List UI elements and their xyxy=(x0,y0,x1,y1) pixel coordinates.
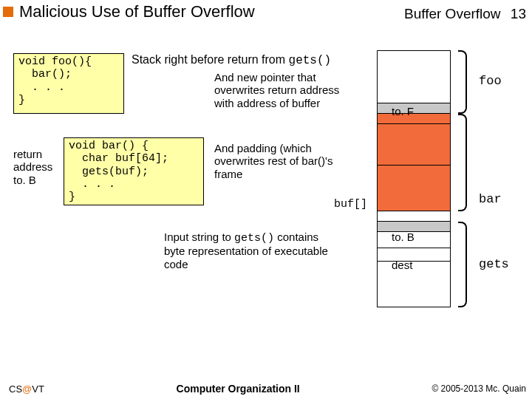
stack-seg-gets-body xyxy=(377,262,451,307)
annotation-input-b: gets() xyxy=(234,232,274,245)
label-dest: dest xyxy=(392,259,412,271)
page-number: 13 xyxy=(511,6,526,21)
stack-seg-buf xyxy=(377,166,451,211)
page-title: Malicious Use of Buffer Overflow xyxy=(19,2,255,21)
footer-copyright: © 2005-2013 Mc. Quain xyxy=(432,383,526,394)
header-section: Buffer Overflow 13 xyxy=(404,6,526,22)
footer-cs: CS xyxy=(9,383,22,395)
stack-diagram xyxy=(377,50,451,307)
stack-seg-gap1 xyxy=(377,211,451,222)
brace-foo xyxy=(458,50,467,114)
code-foo: void foo(){ bar(); . . . } xyxy=(13,53,124,114)
brace-gets xyxy=(458,222,467,307)
slide-content: void foo(){ bar(); . . . } Stack right b… xyxy=(0,24,532,399)
stack-seg-overwrite-pad xyxy=(377,124,451,166)
stack-seg-dest xyxy=(377,248,451,262)
brace-foo-label: foo xyxy=(479,74,502,88)
annotation-pointer: And new pointer that overwrites return a… xyxy=(214,71,362,109)
brace-bar-label: bar xyxy=(479,192,502,206)
stack-caption-a: Stack right before return from xyxy=(132,53,289,66)
annotation-input-a: Input string to xyxy=(164,231,234,243)
label-toB: to. B xyxy=(392,231,415,243)
title-bullet xyxy=(3,7,13,17)
stack-seg-foo-top xyxy=(377,50,451,103)
label-buf: buf[] xyxy=(334,198,367,211)
label-toF: to. F xyxy=(392,105,414,117)
footer-center: Computer Organization II xyxy=(177,383,300,395)
stack-caption-b: gets() xyxy=(289,54,332,67)
footer-vt: VT xyxy=(32,383,44,395)
brace-gets-label: gets xyxy=(479,257,509,271)
code-bar: void bar() { char buf[64]; gets(buf); . … xyxy=(64,137,204,205)
return-address-label: return address to. B xyxy=(13,148,52,186)
annotation-input: Input string to gets() contains byte rep… xyxy=(164,231,334,270)
stack-caption: Stack right before return from gets() xyxy=(132,53,331,67)
header-section-text: Buffer Overflow xyxy=(404,6,501,21)
footer-at: @ xyxy=(22,383,32,395)
footer: CS@VT Computer Organization II © 2005-20… xyxy=(0,381,532,399)
footer-left: CS@VT xyxy=(9,383,44,395)
annotation-padding: And padding (which overwrites rest of ba… xyxy=(214,142,362,180)
brace-bar xyxy=(458,114,467,211)
